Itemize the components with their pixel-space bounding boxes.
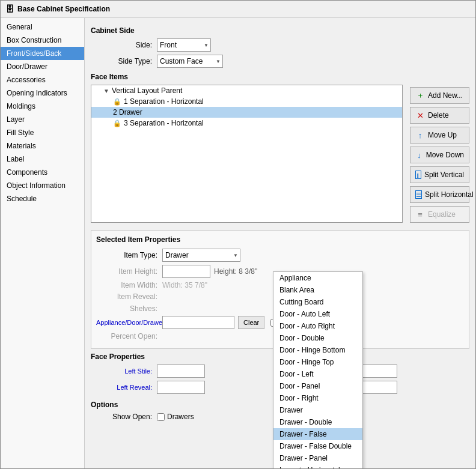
title-bar: 🗄 Base Cabinet Specification (1, 1, 475, 18)
face-items-buttons: ＋ Add New... ✕ Delete ↑ Move Up ↓ Move D… (406, 85, 469, 226)
delete-button[interactable]: ✕ Delete (410, 107, 469, 124)
move-down-button[interactable]: ↓ Move Down (410, 147, 469, 163)
split-horizontal-icon: ☰ (415, 190, 422, 199)
split-vertical-label: Split Vertical (424, 171, 464, 179)
dropdown-item-door-double[interactable]: Door - Double (273, 332, 362, 344)
sidebar-item-box-construction[interactable]: Box Construction (1, 34, 84, 47)
window-icon: 🗄 (5, 4, 14, 14)
dropdown-item-drawer-panel[interactable]: Drawer - Panel (273, 452, 362, 464)
item-type-select-wrapper: Drawer (162, 249, 240, 262)
dropdown-item-appliance[interactable]: Appliance (273, 272, 362, 284)
item-width-label: Item Width: (96, 281, 162, 289)
main-window: 🗄 Base Cabinet Specification General Box… (0, 0, 476, 469)
item-height-hint: Height: 8 3/8" (214, 267, 257, 276)
properties-title: Selected Item Properties (96, 235, 464, 244)
sidebar-item-moldings[interactable]: Moldings (1, 100, 84, 113)
split-vertical-icon: ⫿ (415, 171, 421, 179)
drawers-checkbox[interactable] (157, 413, 165, 421)
equalize-button[interactable]: ≡ Equalize (410, 206, 469, 223)
dropdown-item-door-left[interactable]: Door - Left (273, 368, 362, 380)
show-open-label: Show Open: (91, 413, 157, 421)
tree-item-label-3: 3 Separation - Horizontal (124, 119, 204, 127)
left-stile-label: Left Stile: (91, 368, 157, 375)
split-horizontal-label: Split Horizontal (425, 190, 474, 199)
sidebar-item-label[interactable]: Label (1, 153, 84, 166)
move-down-label: Move Down (426, 151, 464, 159)
dropdown-item-door-panel[interactable]: Door - Panel (273, 380, 362, 392)
side-select[interactable]: Front Back Left Right (157, 38, 211, 52)
side-type-label: Side Type: (91, 57, 157, 65)
tree-item-3[interactable]: 🔒 3 Separation - Horizontal (91, 118, 402, 129)
sidebar-item-accessories[interactable]: Accessories (1, 73, 84, 86)
left-stile-input[interactable] (157, 365, 205, 378)
delete-icon: ✕ (415, 110, 425, 120)
left-reveal-row: Left Reveal: (91, 381, 277, 394)
add-new-button[interactable]: ＋ Add New... (410, 87, 469, 104)
dropdown-item-drawer-double[interactable]: Drawer - Double (273, 416, 362, 428)
sidebar-item-front-sides-back[interactable]: Front/Sides/Back (1, 47, 84, 60)
item-type-select[interactable]: Drawer (162, 249, 240, 262)
face-props-left: Left Stile: Left Reveal: (91, 365, 277, 397)
lock-icon-3: 🔒 (113, 120, 121, 127)
add-new-label: Add New... (428, 91, 463, 100)
content-area: Cabinet Side Side: Front Back Left Right… (85, 18, 475, 468)
sidebar-item-object-information[interactable]: Object Information (1, 179, 84, 192)
dropdown-item-door-auto-right[interactable]: Door - Auto Right (273, 320, 362, 332)
move-up-button[interactable]: ↑ Move Up (410, 127, 469, 144)
window-title: Base Cabinet Specification (17, 5, 110, 13)
dropdown-item-blank-area[interactable]: Blank Area (273, 284, 362, 296)
split-horizontal-button[interactable]: ☰ Split Horizontal (410, 186, 469, 203)
side-label: Side: (91, 41, 157, 49)
dropdown-item-door-auto-left[interactable]: Door - Auto Left (273, 308, 362, 320)
item-type-label: Item Type: (96, 251, 162, 259)
item-type-row: Item Type: Drawer (96, 249, 464, 262)
move-up-label: Move Up (428, 131, 457, 139)
dropdown-item-drawer[interactable]: Drawer (273, 404, 362, 416)
tree-item-label-root: Vertical Layout Parent (112, 86, 182, 95)
equalize-label: Equalize (428, 210, 456, 219)
drawers-label: Drawers (167, 413, 194, 421)
tree-item-2[interactable]: 2 Drawer (91, 107, 402, 118)
sidebar-item-general[interactable]: General (1, 20, 84, 34)
sidebar-item-fill-style[interactable]: Fill Style (1, 126, 84, 139)
cabinet-side-label: Cabinet Side (91, 26, 469, 35)
sidebar-item-door-drawer[interactable]: Door/Drawer (1, 60, 84, 73)
sidebar-item-schedule[interactable]: Schedule (1, 192, 84, 205)
item-height-label: Item Height: (96, 267, 162, 276)
sidebar-item-components[interactable]: Components (1, 166, 84, 179)
shelves-label: Shelves: (96, 304, 162, 313)
item-height-input[interactable] (162, 265, 210, 278)
dropdown-item-drawer-false-double[interactable]: Drawer - False Double (273, 440, 362, 452)
sidebar-item-opening-indicators[interactable]: Opening Indicators (1, 86, 84, 100)
split-vertical-button[interactable]: ⫿ Split Vertical (410, 166, 469, 183)
dropdown-item-door-right[interactable]: Door - Right (273, 392, 362, 404)
item-width-hint: Width: 35 7/8" (162, 281, 207, 289)
item-reveal-label: Item Reveal: (96, 292, 162, 301)
face-items-row: ▼ Vertical Layout Parent 🔒 1 Separation … (91, 85, 469, 226)
move-down-icon: ↓ (415, 150, 423, 160)
appliance-input[interactable] (162, 316, 234, 329)
add-icon: ＋ (415, 91, 425, 100)
dropdown-item-door-hinge-bottom[interactable]: Door - Hinge Bottom (273, 344, 362, 356)
sidebar-item-layer[interactable]: Layer (1, 113, 84, 126)
dropdown-item-layout-horizontal[interactable]: Layout - Horizontal (273, 464, 362, 468)
side-type-select-wrapper: Custom Face Standard None (157, 55, 223, 68)
side-select-wrapper: Front Back Left Right (157, 38, 211, 52)
side-row: Side: Front Back Left Right (91, 38, 469, 52)
item-type-dropdown[interactable]: Appliance Blank Area Cutting Board Door … (273, 271, 363, 468)
percent-open-label: Percent Open: (96, 332, 162, 340)
tree-item-1[interactable]: 🔒 1 Separation - Horizontal (91, 96, 402, 107)
tree-item-label-1: 1 Separation - Horizontal (124, 97, 204, 106)
left-reveal-input[interactable] (157, 381, 205, 394)
dropdown-item-door-hinge-top[interactable]: Door - Hinge Top (273, 356, 362, 368)
equalize-icon: ≡ (415, 210, 425, 219)
side-type-select[interactable]: Custom Face Standard None (157, 55, 223, 68)
lock-icon-1: 🔒 (113, 98, 121, 106)
dropdown-item-cutting-board[interactable]: Cutting Board (273, 296, 362, 308)
left-stile-row: Left Stile: (91, 365, 277, 378)
face-items-tree[interactable]: ▼ Vertical Layout Parent 🔒 1 Separation … (91, 85, 403, 223)
dropdown-item-drawer-false[interactable]: Drawer - False (273, 428, 362, 440)
clear-button[interactable]: Clear (238, 316, 264, 329)
sidebar-item-materials[interactable]: Materials (1, 139, 84, 153)
tree-item-root[interactable]: ▼ Vertical Layout Parent (91, 85, 402, 96)
